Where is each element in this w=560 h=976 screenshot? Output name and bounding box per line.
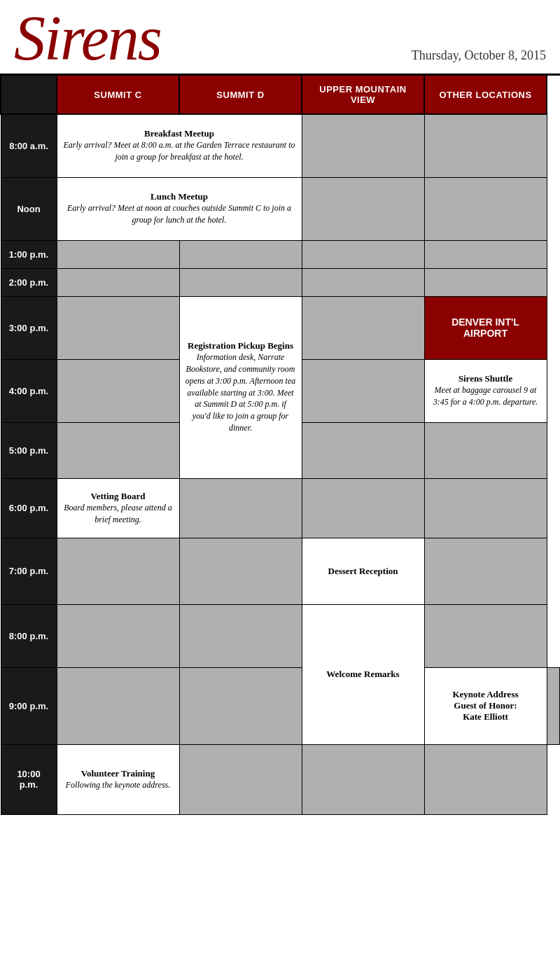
schedule-cell [57,604,179,667]
schedule-cell [302,240,424,268]
time-cell: 8:00 a.m. [1,114,57,177]
event-title: Registration Pickup Begins [186,340,296,351]
schedule-cell: Welcome Remarks [302,604,424,744]
event-title: Volunteer Training [63,768,174,779]
event-desc: Following the keynote address. [63,779,174,791]
event-title: Sirens Shuttle [430,373,541,384]
time-cell: 2:00 p.m. [1,268,57,296]
schedule-cell [57,240,179,268]
schedule-cell [179,667,302,744]
col-header-summit-c: SUMMIT C [57,75,179,115]
time-cell: Noon [1,177,57,240]
schedule-cell [179,268,302,296]
schedule-cell [302,744,424,814]
schedule-cell [424,604,547,667]
event-desc: Board members, please attend a brief mee… [63,502,174,526]
schedule-cell [302,177,424,240]
schedule-cell [179,240,302,268]
time-cell: 3:00 p.m. [1,296,57,359]
event-title: Breakfast Meetup [63,128,296,139]
col-header-other: OTHER LOCATIONS [424,75,547,115]
event-title: DENVER INT'L AIRPORT [430,316,541,339]
schedule-cell [179,744,302,814]
schedule-cell: Lunch MeetupEarly arrival? Meet at noon … [57,177,302,240]
event-title: Welcome Remarks [308,669,419,680]
event-title: Dessert Reception [308,566,419,577]
schedule-cell [424,240,547,268]
time-cell: 10:00 p.m. [1,744,57,814]
time-cell: 4:00 p.m. [1,359,57,422]
schedule-cell [547,667,560,744]
event-desc: Meet at baggage carousel 9 at 3:45 for a… [430,384,541,408]
page-header: Sirens Thursday, October 8, 2015 [0,0,560,74]
col-header-summit-d: SUMMIT D [179,75,302,115]
event-title: Kate Elliott [430,711,541,723]
col-header-upper-mountain: UPPER MOUNTAIN VIEW [302,75,424,115]
event-title: Guest of Honor: [430,700,541,711]
schedule-cell [179,538,302,604]
schedule-table: SUMMIT C SUMMIT D UPPER MOUNTAIN VIEW OT… [0,74,560,815]
schedule-cell [424,268,547,296]
time-cell: 7:00 p.m. [1,538,57,604]
schedule-cell [424,177,547,240]
schedule-cell [424,422,547,478]
schedule-cell [424,114,547,177]
schedule-cell [424,478,547,538]
event-title: Lunch Meetup [63,191,296,202]
schedule-cell [57,359,179,422]
event-desc: Early arrival? Meet at 8:00 a.m. at the … [63,139,296,163]
schedule-cell [424,538,547,604]
time-cell: 5:00 p.m. [1,422,57,478]
time-cell: 8:00 p.m. [1,604,57,667]
schedule-cell [302,268,424,296]
schedule-cell [57,422,179,478]
schedule-cell: DENVER INT'L AIRPORT [424,296,547,359]
time-cell: 1:00 p.m. [1,240,57,268]
schedule-cell [179,604,302,667]
time-cell: 6:00 p.m. [1,478,57,538]
schedule-cell: Breakfast MeetupEarly arrival? Meet at 8… [57,114,302,177]
date: Thursday, October 8, 2015 [412,48,546,70]
schedule-cell [424,744,547,814]
event-title: Vetting Board [63,491,174,502]
schedule-cell [302,296,424,359]
schedule-cell [302,114,424,177]
event-desc: Early arrival? Meet at noon at couches o… [63,202,296,226]
schedule-cell: Keynote AddressGuest of Honor:Kate Ellio… [424,667,547,744]
schedule-cell [179,478,302,538]
schedule-cell: Sirens ShuttleMeet at baggage carousel 9… [424,359,547,422]
schedule-cell: Volunteer TrainingFollowing the keynote … [57,744,179,814]
time-cell: 9:00 p.m. [1,667,57,744]
schedule-cell [302,478,424,538]
schedule-cell [57,538,179,604]
logo: Sirens [14,7,161,70]
event-title: Keynote Address [430,689,541,700]
schedule-cell [57,268,179,296]
schedule-cell [302,422,424,478]
schedule-cell: Dessert Reception [302,538,424,604]
schedule-cell [57,667,179,744]
schedule-cell: Vetting BoardBoard members, please atten… [57,478,179,538]
event-desc: Information desk, Narrate Bookstore, and… [186,351,296,434]
col-header-time [1,75,57,115]
schedule-cell: Registration Pickup BeginsInformation de… [179,296,302,478]
schedule-cell [57,296,179,359]
schedule-cell [302,359,424,422]
